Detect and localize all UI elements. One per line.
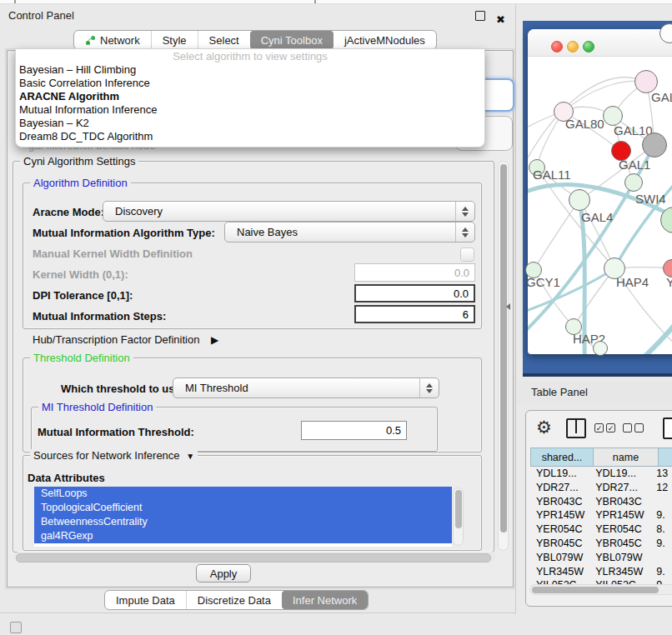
option-bayesian-hill-climbing[interactable]: Bayesian – Hill Climbing (16, 63, 484, 77)
mi-steps-input[interactable] (354, 305, 475, 323)
gear-icon[interactable]: ⚙ (536, 416, 552, 439)
aracne-mode-select[interactable]: Discovery (103, 201, 475, 222)
network-workspace: GAL2GAL80GAL10GAL1SWI4GAL11GAL4GCY1HAP4Y… (523, 21, 672, 377)
option-aracne-algorithm[interactable]: ARACNE Algorithm (16, 90, 484, 103)
table-horizontal-scrollbar[interactable] (529, 584, 672, 595)
column-header-shared[interactable]: shared... (530, 448, 594, 467)
split-pane-icon[interactable] (566, 418, 586, 438)
which-threshold-select[interactable]: MI Threshold (173, 378, 439, 398)
table-column-headers: shared...name (530, 448, 672, 467)
table-row[interactable]: YBL079WYBL079W (530, 551, 672, 565)
column-header-item[interactable] (659, 448, 672, 467)
scrollbar-thumb[interactable] (16, 553, 491, 562)
node-unlabeled[interactable] (593, 341, 608, 356)
mi-steps-label: Mutual Information Steps: (33, 310, 166, 322)
stepper-arrows-icon (419, 378, 439, 398)
tab-label: Network (100, 34, 140, 47)
table-cell: YDR27... (589, 481, 650, 495)
tab-style[interactable]: Style (151, 31, 198, 49)
minimize-traffic-light[interactable] (567, 41, 579, 52)
node-label-gal2: GAL2 (651, 90, 672, 104)
control-panel-titlebar: Control Panel ✖ (0, 4, 515, 27)
table-cell: YDL19... (530, 467, 589, 481)
tab-infer-network[interactable]: Infer Network (282, 591, 368, 609)
list-item-topologicalcoefficient[interactable]: TopologicalCoefficient (34, 501, 452, 515)
table-row[interactable]: YDR27...YDR27...12 (530, 481, 672, 495)
empty-box-icon (634, 423, 644, 432)
network-window-titlebar[interactable] (528, 29, 672, 57)
scrollbar-thumb[interactable] (500, 164, 507, 532)
settings-horizontal-scrollbar[interactable] (14, 552, 496, 562)
list-item-selfloops[interactable]: SelfLoops (34, 487, 452, 501)
network-canvas[interactable]: GAL2GAL80GAL10GAL1SWI4GAL11GAL4GCY1HAP4Y… (528, 57, 672, 354)
table-cell: 9. (650, 537, 672, 551)
float-panel-icon[interactable] (475, 11, 485, 21)
tab-network[interactable]: Network (74, 31, 151, 49)
zoom-traffic-light[interactable] (583, 41, 594, 52)
group-title: MI Threshold Definition (38, 401, 156, 413)
manual-kernel-checkbox[interactable] (460, 248, 474, 262)
empty-box-icon (623, 423, 632, 432)
close-icon[interactable]: ✖ (496, 8, 505, 31)
table-cell: YBL079W (530, 551, 589, 565)
table-cell: 13 (650, 467, 672, 481)
list-item-betweennesscentrality[interactable]: BetweennessCentrality (34, 515, 452, 529)
mi-type-select[interactable]: Naive Bayes (224, 222, 475, 242)
tab-select[interactable]: Select (198, 31, 250, 49)
which-threshold-label: Which threshold to use: (61, 382, 184, 395)
table-row[interactable]: YDL19...YDL19...13 (530, 467, 672, 481)
option-bayesian-k2[interactable]: Bayesian – K2 (16, 117, 484, 130)
option-mutual-information-inference[interactable]: Mutual Information Inference (16, 103, 484, 117)
table-cell: YER054C (589, 522, 650, 537)
table-cell: 8. (650, 522, 672, 537)
network-view-window[interactable]: GAL2GAL80GAL10GAL1SWI4GAL11GAL4GCY1HAP4Y… (528, 29, 672, 354)
control-panel: Control Panel ✖ NetworkStyleSelectCyni T… (0, 4, 516, 613)
dpi-tolerance-input[interactable] (354, 284, 475, 302)
scrollbar-thumb[interactable] (455, 490, 462, 528)
group-title: Algorithm Definition (30, 177, 131, 189)
node-unlabeled[interactable] (642, 132, 667, 158)
list-item-gal4rgexp[interactable]: gal4RGexp (34, 529, 452, 543)
table-icon[interactable] (663, 418, 672, 439)
top-mark (14, 0, 16, 3)
table-row[interactable]: YBR045CYBR045C9. (530, 537, 672, 551)
column-header-name[interactable]: name (594, 448, 659, 467)
control-panel-tabs: NetworkStyleSelectCyni ToolboxjActiveMNo… (73, 30, 437, 50)
kernel-width-input[interactable] (354, 263, 475, 282)
deselect-all-icon[interactable] (623, 423, 644, 432)
table-row[interactable]: YPR145WYPR145W9. (530, 508, 672, 522)
tab-jactivemnodules[interactable]: jActiveMNodules (333, 31, 436, 49)
tab-label: Impute Data (116, 594, 175, 607)
tab-label: jActiveMNodules (344, 34, 425, 47)
tab-discretize-data[interactable]: Discretize Data (186, 591, 282, 609)
apply-button[interactable]: Apply (196, 564, 251, 582)
tab-label: Infer Network (293, 594, 357, 607)
expand-right-icon: ▶ (211, 334, 218, 346)
scrollbar-thumb[interactable] (532, 587, 659, 593)
settings-vertical-scrollbar[interactable] (498, 161, 509, 551)
mi-threshold-input[interactable] (301, 421, 407, 440)
table-cell: YBR045C (530, 537, 589, 551)
tab-impute-data[interactable]: Impute Data (105, 591, 186, 609)
table-cell: YBL079W (589, 551, 650, 565)
option-basic-correlation-inference[interactable]: Basic Correlation Inference (16, 77, 484, 90)
minimized-panel-icon[interactable] (10, 622, 22, 633)
table-cell: YPR145W (589, 508, 650, 522)
option-dream8-dc-tdc-algorithm[interactable]: Dream8 DC_TDC Algorithm (16, 130, 484, 143)
node-swi4[interactable] (624, 173, 643, 192)
table-row[interactable]: YLR345WYLR345W9. (530, 565, 672, 579)
attributes-scrollbar[interactable] (453, 488, 464, 546)
close-traffic-light[interactable] (551, 41, 563, 52)
collapse-down-icon[interactable]: ▼ (186, 452, 194, 461)
table-row[interactable]: YBR043CYBR043C (530, 495, 672, 509)
table-cell (650, 551, 672, 565)
data-attributes-list[interactable]: SelfLoopsTopologicalCoefficientBetweenne… (34, 487, 452, 547)
table-row[interactable]: YER054CYER054C8. (530, 522, 672, 537)
panel-divider-arrow-icon[interactable] (506, 303, 510, 310)
tab-cyni-toolbox[interactable]: Cyni Toolbox (250, 31, 333, 49)
table-cell: YBR043C (530, 495, 589, 509)
algorithm-dropdown[interactable]: Select algorithm to view settings Bayesi… (15, 48, 485, 148)
select-all-icon[interactable]: ✓✓ (594, 423, 615, 432)
hub-definition-expander[interactable]: Hub/Transcription Factor Definition ▶ (33, 333, 218, 346)
node-gal4[interactable] (569, 189, 590, 211)
